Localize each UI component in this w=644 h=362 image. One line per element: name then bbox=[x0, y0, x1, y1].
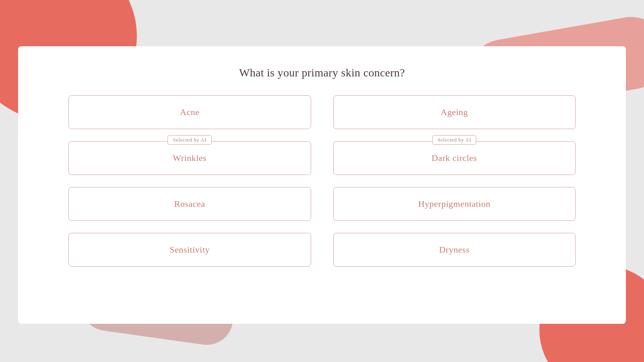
option-dark-circles-label: Dark circles bbox=[342, 153, 568, 163]
option-acne[interactable]: Acne bbox=[68, 95, 311, 129]
option-wrinkles[interactable]: Selected by AI Wrinkles bbox=[68, 141, 311, 175]
option-rosacea-label: Rosacea bbox=[77, 199, 303, 209]
page-title: What is your primary skin concern? bbox=[239, 66, 405, 79]
option-sensitivity-label: Sensitivity bbox=[77, 245, 303, 255]
option-dryness-label: Dryness bbox=[342, 245, 568, 255]
option-hyperpigmentation[interactable]: Hyperpigmentation bbox=[333, 187, 576, 221]
option-dryness[interactable]: Dryness bbox=[333, 233, 576, 267]
option-acne-label: Acne bbox=[77, 107, 303, 117]
option-ageing[interactable]: Ageing bbox=[333, 95, 576, 129]
ai-badge-wrinkles: Selected by AI bbox=[167, 135, 212, 145]
option-sensitivity[interactable]: Sensitivity bbox=[68, 233, 311, 267]
ai-badge-dark-circles: Selected by AI bbox=[432, 135, 477, 145]
option-rosacea[interactable]: Rosacea bbox=[68, 187, 311, 221]
option-ageing-label: Ageing bbox=[342, 107, 568, 117]
main-card: What is your primary skin concern? Acne … bbox=[18, 46, 626, 324]
options-grid: Acne Ageing Selected by AI Wrinkles Sele… bbox=[68, 95, 576, 267]
option-hyperpigmentation-label: Hyperpigmentation bbox=[342, 199, 568, 209]
option-wrinkles-label: Wrinkles bbox=[77, 153, 303, 163]
option-dark-circles[interactable]: Selected by AI Dark circles bbox=[333, 141, 576, 175]
